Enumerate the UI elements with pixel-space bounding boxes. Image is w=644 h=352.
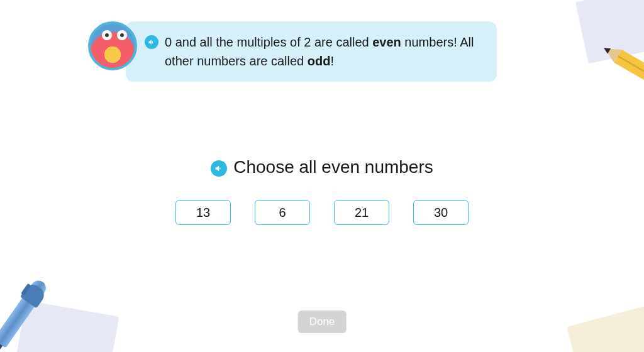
option-3[interactable]: 21 xyxy=(334,200,389,225)
paper-decoration-bottom-right xyxy=(567,304,644,352)
done-button[interactable]: Done xyxy=(298,311,347,333)
mascot-avatar xyxy=(88,21,137,70)
hint-bubble: 0 and all the multiples of 2 are called … xyxy=(88,21,497,82)
speaker-icon xyxy=(214,164,223,173)
hint-audio-button[interactable] xyxy=(145,35,158,49)
speaker-icon xyxy=(148,38,155,46)
hint-text: 0 and all the multiples of 2 are called … xyxy=(165,33,482,70)
option-4[interactable]: 30 xyxy=(413,200,469,225)
question-prompt: Choose all even numbers xyxy=(233,157,433,177)
option-2[interactable]: 6 xyxy=(255,200,310,225)
question-audio-button[interactable] xyxy=(211,160,227,177)
options-row: 13 6 21 30 xyxy=(0,200,644,225)
option-1[interactable]: 13 xyxy=(175,200,231,225)
